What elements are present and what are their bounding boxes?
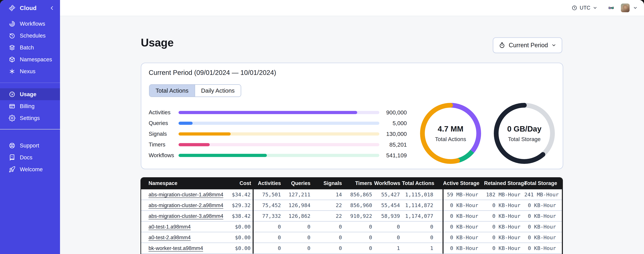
bar-value: 5,000 — [379, 120, 407, 126]
namespace-link[interactable]: abs-migration-cluster-3.a98mm4 — [148, 213, 223, 219]
total-actions-cell: 1,114,872 — [402, 200, 443, 210]
actions-tab-group: Total Actions Daily Actions — [149, 84, 241, 97]
table-row: bk-worker-test.a98mm4 $0.00 0 0 0 0 1 1 … — [141, 243, 563, 254]
activities-cell: 75,501 — [253, 189, 283, 200]
table-header-row: Namespace Cost Activities Queries Signal… — [141, 177, 563, 189]
bar-value: 900,000 — [379, 109, 407, 116]
sidebar-nav: Workflows Schedules Batch — [0, 18, 60, 175]
sidebar-item-billing[interactable]: Billing — [0, 100, 60, 112]
bar-fill — [178, 111, 357, 114]
total-actions-cell: 1,115,018 — [402, 189, 443, 200]
tab-total-actions[interactable]: Total Actions — [150, 85, 194, 96]
sidebar-item-settings[interactable]: Settings — [0, 112, 60, 124]
namespace-link[interactable]: bk-worker-test.a98mm4 — [148, 245, 203, 251]
period-selector-label: Current Period — [509, 42, 548, 49]
total-storage-cell: 0 KB-Hour — [524, 221, 563, 232]
bar-value: 541,109 — [379, 152, 407, 159]
glasses-icon[interactable] — [607, 5, 615, 10]
sidebar-divider — [0, 129, 60, 130]
active-storage-cell: 0 KB-Hour — [443, 243, 484, 254]
table-row: abs-migration-cluster-2.a98mm4 $29.32 75… — [141, 200, 563, 210]
sidebar-header: Cloud — [0, 0, 60, 16]
donut-label: Total Actions — [435, 136, 466, 142]
batch-layers-icon — [9, 44, 16, 51]
tab-daily-actions[interactable]: Daily Actions — [194, 85, 241, 96]
namespace-link[interactable]: a0-test-2.a98mm4 — [148, 234, 191, 240]
activities-cell: 0 — [253, 232, 283, 243]
workflows-cell: 0 — [374, 232, 402, 243]
bar-row-queries: Queries 5,000 — [149, 118, 407, 128]
retained-storage-cell: 0 KB-Hour — [484, 243, 524, 254]
timezone-selector[interactable]: UTC — [572, 5, 598, 11]
total-storage-cell: 0 KB-Hour — [524, 243, 563, 254]
donut-label: Total Storage — [508, 136, 540, 142]
bar-fill — [178, 132, 231, 136]
namespaces-cube-icon — [9, 56, 16, 63]
activities-cell: 77,332 — [253, 210, 283, 221]
account-menu-chevron-icon[interactable] — [633, 6, 638, 10]
bar-fill — [178, 143, 210, 146]
namespace-link[interactable]: abs-migration-cluster-1.a98mm4 — [148, 192, 223, 198]
bar-label: Activities — [149, 109, 178, 116]
topbar-right-cluster: UTC — [572, 0, 638, 16]
retained-storage-cell: 0 KB-Hour — [484, 232, 524, 243]
sidebar-item-support[interactable]: Support — [0, 140, 60, 152]
bar-label: Queries — [149, 120, 178, 126]
sidebar-item-docs[interactable]: Docs — [0, 152, 60, 163]
bar-row-timers: Timers 85,201 — [149, 139, 407, 150]
signals-cell: 22 — [312, 200, 344, 210]
billing-card-icon — [9, 103, 16, 110]
user-avatar[interactable] — [621, 4, 630, 12]
total-storage-donut-chart: 0 GB/Day Total Storage — [494, 103, 555, 164]
donut-value: 0 GB/Day — [507, 124, 542, 133]
sidebar-item-label: Billing — [20, 103, 34, 110]
activities-cell: 75,452 — [253, 200, 283, 210]
active-storage-cell: 0 KB-Hour — [443, 232, 484, 243]
support-lifebuoy-icon — [9, 142, 16, 149]
sidebar-item-label: Usage — [20, 91, 36, 98]
bar-track — [178, 122, 379, 125]
table-row: abs-migration-cluster-3.a98mm4 $38.42 77… — [141, 210, 563, 221]
chevron-down-icon — [551, 43, 556, 48]
sidebar-divider — [0, 82, 60, 83]
sidebar-item-workflows[interactable]: Workflows — [0, 18, 60, 30]
retained-storage-cell: 182 MB-Hour — [484, 189, 524, 200]
sidebar-item-label: Workflows — [20, 20, 45, 27]
cost-cell: $0.00 — [198, 232, 253, 243]
sidebar-item-welcome[interactable]: Welcome — [0, 163, 60, 175]
timers-cell: 0 — [344, 243, 374, 254]
queries-cell: 126,862 — [283, 210, 312, 221]
actions-bar-chart: Activities 900,000 Queries 5,000 Signals… — [149, 107, 407, 161]
chevron-down-icon — [593, 6, 598, 10]
queries-cell: 127,211 — [283, 189, 312, 200]
bar-track — [178, 143, 379, 146]
namespace-usage-table: Namespace Cost Activities Queries Signal… — [140, 177, 563, 254]
workflows-cell: 0 — [374, 221, 402, 232]
bar-row-workflows: Workflows 541,109 — [149, 150, 407, 161]
workflows-cell: 55,427 — [374, 189, 402, 200]
table-row: a0-test-1.a98mm4 $0.00 0 0 0 0 0 0 0 KB-… — [141, 221, 563, 232]
namespace-link[interactable]: a0-test-1.a98mm4 — [148, 224, 191, 230]
sidebar-item-namespaces[interactable]: Namespaces — [0, 54, 60, 65]
total-actions-cell: 1,174,077 — [402, 210, 443, 221]
sidebar-collapse-button[interactable] — [48, 4, 56, 12]
cost-cell: $0.00 — [198, 243, 253, 254]
sidebar-item-batch[interactable]: Batch — [0, 42, 60, 54]
signals-cell: 14 — [312, 189, 344, 200]
bar-label: Timers — [149, 142, 178, 148]
total-storage-cell: 0 KB-Hour — [524, 232, 563, 243]
queries-cell: 126,984 — [283, 200, 312, 210]
donut-center-text: 4.7 MM Total Actions — [420, 103, 481, 164]
namespace-link[interactable]: abs-migration-cluster-2.a98mm4 — [148, 202, 223, 208]
total-storage-cell: 0 KB-Hour — [524, 210, 563, 221]
active-storage-cell: 0 KB-Hour — [443, 210, 484, 221]
sidebar-item-usage[interactable]: Usage — [0, 88, 60, 100]
column-header-cost: Cost — [198, 177, 253, 189]
queries-cell: 0 — [283, 232, 312, 243]
timers-cell: 0 — [344, 221, 374, 232]
schedules-icon — [9, 32, 16, 39]
period-selector-button[interactable]: Current Period — [493, 37, 562, 53]
sidebar-item-nexus[interactable]: Nexus — [0, 65, 60, 77]
sidebar-item-schedules[interactable]: Schedules — [0, 30, 60, 42]
total-actions-cell: 0 — [402, 232, 443, 243]
